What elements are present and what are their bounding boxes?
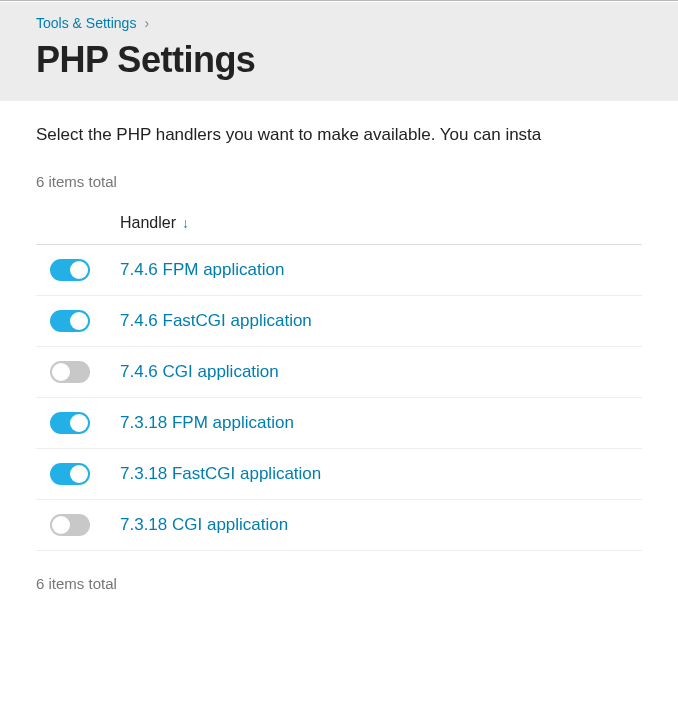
page-title: PHP Settings bbox=[36, 39, 642, 81]
table-header: Handler ↓ bbox=[36, 214, 642, 245]
handler-toggle[interactable] bbox=[50, 412, 90, 434]
chevron-right-icon: › bbox=[144, 15, 149, 31]
column-header-label: Handler bbox=[120, 214, 176, 232]
column-header-handler[interactable]: Handler ↓ bbox=[120, 214, 189, 232]
toggle-knob bbox=[52, 516, 70, 534]
handler-link[interactable]: 7.4.6 FPM application bbox=[120, 260, 284, 280]
table-row: 7.4.6 FPM application bbox=[36, 245, 642, 296]
breadcrumb-link-tools-settings[interactable]: Tools & Settings bbox=[36, 15, 136, 31]
table-row: 7.3.18 FastCGI application bbox=[36, 449, 642, 500]
handler-toggle[interactable] bbox=[50, 310, 90, 332]
description-text: Select the PHP handlers you want to make… bbox=[36, 125, 642, 145]
table-row: 7.3.18 FPM application bbox=[36, 398, 642, 449]
table-row: 7.3.18 CGI application bbox=[36, 500, 642, 551]
table-row: 7.4.6 CGI application bbox=[36, 347, 642, 398]
handler-link[interactable]: 7.3.18 FastCGI application bbox=[120, 464, 321, 484]
items-total-bottom: 6 items total bbox=[36, 575, 642, 592]
table-row: 7.4.6 FastCGI application bbox=[36, 296, 642, 347]
items-total-top: 6 items total bbox=[36, 173, 642, 190]
toggle-knob bbox=[70, 465, 88, 483]
toggle-knob bbox=[70, 312, 88, 330]
handler-toggle[interactable] bbox=[50, 361, 90, 383]
handler-toggle[interactable] bbox=[50, 514, 90, 536]
table-body: 7.4.6 FPM application7.4.6 FastCGI appli… bbox=[36, 245, 642, 551]
toggle-knob bbox=[70, 414, 88, 432]
handler-link[interactable]: 7.4.6 CGI application bbox=[120, 362, 279, 382]
breadcrumb: Tools & Settings › bbox=[36, 15, 642, 31]
sort-ascending-icon: ↓ bbox=[182, 215, 189, 231]
toggle-knob bbox=[52, 363, 70, 381]
handler-link[interactable]: 7.4.6 FastCGI application bbox=[120, 311, 312, 331]
content: Select the PHP handlers you want to make… bbox=[0, 101, 678, 612]
handler-link[interactable]: 7.3.18 FPM application bbox=[120, 413, 294, 433]
page-header: Tools & Settings › PHP Settings bbox=[0, 0, 678, 101]
toggle-knob bbox=[70, 261, 88, 279]
handler-link[interactable]: 7.3.18 CGI application bbox=[120, 515, 288, 535]
handler-toggle[interactable] bbox=[50, 259, 90, 281]
handler-toggle[interactable] bbox=[50, 463, 90, 485]
